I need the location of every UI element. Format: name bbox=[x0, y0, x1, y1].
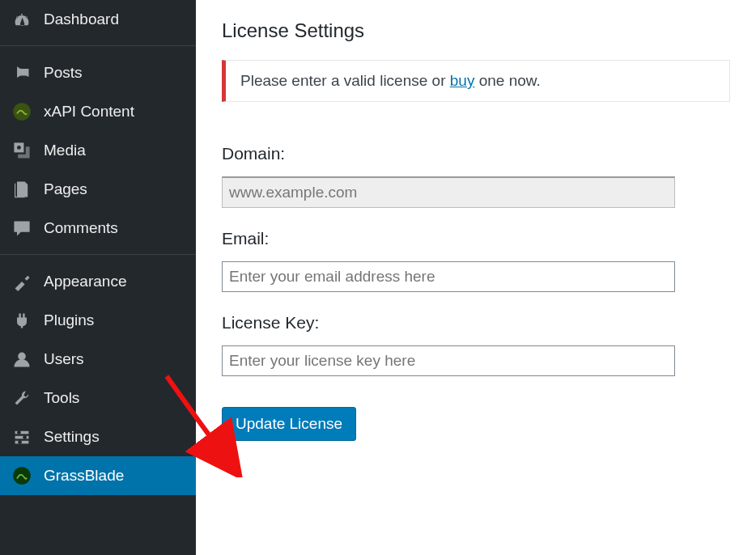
sidebar-item-dashboard[interactable]: Dashboard bbox=[0, 0, 196, 39]
sidebar-item-settings[interactable]: Settings bbox=[0, 417, 196, 456]
users-icon bbox=[11, 349, 32, 370]
sidebar-item-grassblade[interactable]: GrassBlade bbox=[0, 456, 196, 495]
domain-input bbox=[222, 176, 675, 208]
grassblade-icon bbox=[11, 465, 32, 486]
notice-text-after: one now. bbox=[474, 72, 540, 89]
sidebar-item-label: Plugins bbox=[44, 311, 94, 329]
sidebar-item-label: GrassBlade bbox=[44, 467, 124, 485]
sidebar-item-tools[interactable]: Tools bbox=[0, 379, 196, 417]
settings-icon bbox=[11, 426, 32, 447]
sidebar-item-label: Pages bbox=[44, 180, 87, 198]
sidebar-item-label: Tools bbox=[44, 389, 79, 407]
page-title: License Settings bbox=[222, 19, 730, 42]
sidebar-item-label: Appearance bbox=[44, 273, 126, 290]
sidebar-item-label: xAPI Content bbox=[44, 103, 134, 121]
license-notice: Please enter a valid license or buy one … bbox=[222, 60, 730, 102]
pages-icon bbox=[11, 179, 32, 200]
svg-point-8 bbox=[18, 440, 22, 444]
sidebar-item-plugins[interactable]: Plugins bbox=[0, 301, 196, 340]
xapi-icon bbox=[11, 101, 32, 122]
sidebar-item-users[interactable]: Users bbox=[0, 340, 196, 379]
domain-label: Domain: bbox=[222, 144, 730, 163]
sidebar-item-label: Users bbox=[44, 350, 84, 368]
comments-icon bbox=[11, 218, 32, 239]
sidebar-item-comments[interactable]: Comments bbox=[0, 209, 196, 248]
sidebar-item-appearance[interactable]: Appearance bbox=[0, 254, 196, 301]
license-key-input[interactable] bbox=[222, 345, 675, 376]
admin-sidebar: Dashboard Posts xAPI Content Media Pages… bbox=[0, 0, 196, 555]
plugins-icon bbox=[11, 310, 32, 331]
main-content: License Settings Please enter a valid li… bbox=[196, 0, 756, 555]
license-key-label: License Key: bbox=[222, 313, 730, 333]
email-input[interactable] bbox=[222, 261, 675, 292]
svg-point-7 bbox=[23, 435, 27, 439]
sidebar-item-label: Settings bbox=[44, 428, 100, 446]
svg-point-2 bbox=[18, 353, 26, 361]
sidebar-item-label: Dashboard bbox=[44, 11, 119, 28]
sidebar-item-pages[interactable]: Pages bbox=[0, 170, 196, 209]
update-license-button[interactable]: Update License bbox=[222, 407, 356, 441]
sidebar-item-xapi[interactable]: xAPI Content bbox=[0, 92, 196, 131]
buy-link[interactable]: buy bbox=[450, 72, 475, 89]
sidebar-item-label: Posts bbox=[44, 64, 83, 82]
sidebar-item-posts[interactable]: Posts bbox=[0, 45, 196, 92]
pin-icon bbox=[11, 62, 32, 83]
email-label: Email: bbox=[222, 229, 730, 248]
sidebar-item-media[interactable]: Media bbox=[0, 131, 196, 170]
tools-icon bbox=[11, 388, 32, 409]
notice-text-before: Please enter a valid license or bbox=[240, 72, 450, 89]
dashboard-icon bbox=[11, 9, 32, 30]
media-icon bbox=[11, 140, 32, 161]
svg-point-6 bbox=[17, 430, 21, 434]
sidebar-item-label: Media bbox=[44, 142, 86, 159]
svg-point-1 bbox=[17, 146, 21, 150]
appearance-icon bbox=[11, 271, 32, 292]
sidebar-item-label: Comments bbox=[44, 219, 118, 237]
